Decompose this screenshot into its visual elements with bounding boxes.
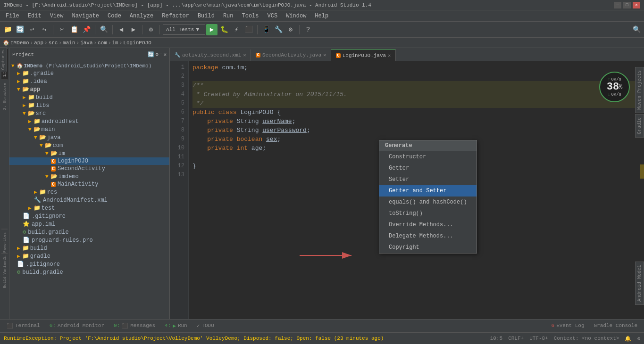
paste-button[interactable]: 📌 — [81, 24, 92, 35]
ctx-menu-setter[interactable]: Setter — [379, 174, 477, 185]
menu-window[interactable]: Window — [282, 12, 310, 20]
tab-event-log[interactable]: 6 Event Log — [547, 320, 589, 331]
tab-second-activity-java[interactable]: C SecondActivity.java ✕ — [251, 49, 331, 61]
sync-button[interactable]: 🔄 — [14, 24, 25, 35]
stop-button[interactable]: ⬛ — [243, 24, 254, 35]
tab-close-xml[interactable]: ✕ — [243, 52, 246, 58]
tab-build-variants[interactable]: Build Variants — [1, 253, 8, 291]
cut-button[interactable]: ✂ — [56, 24, 67, 35]
gradle-tab[interactable]: Gradle — [635, 114, 644, 138]
tab-structure[interactable]: 2: Structure — [1, 80, 8, 113]
tree-androidtest-folder[interactable]: ▶ 📁 androidTest — [9, 117, 169, 125]
status-encoding[interactable]: UTF-8+ — [529, 336, 548, 341]
close-button[interactable]: ✕ — [633, 2, 640, 8]
tree-imdemo-folder[interactable]: ▼ 📂 imdemo — [9, 172, 169, 180]
tab-activity-second-xml[interactable]: 🔧 activity_second.xml ✕ — [170, 49, 251, 61]
ctx-menu-getter[interactable]: Getter — [379, 163, 477, 174]
tab-login-pojo-java[interactable]: C LoginPOJO.java ✕ — [331, 49, 396, 61]
gear-icon[interactable]: ⚙ — [155, 51, 159, 57]
prev-button[interactable]: ◀ — [116, 24, 127, 35]
maximize-button[interactable]: □ — [623, 2, 631, 8]
sdk-button[interactable]: 🔧 — [273, 24, 284, 35]
tree-gradle-folder[interactable]: ▶ 📁 .gradle — [9, 69, 169, 77]
status-position[interactable]: 10:5 — [490, 336, 502, 341]
menu-build[interactable]: Build — [194, 12, 218, 20]
tab-gradle-console[interactable]: Gradle Console — [589, 320, 642, 331]
ctx-menu-constructor[interactable]: Constructor — [379, 151, 477, 163]
ctx-menu-getter-setter[interactable]: Getter and Setter — [379, 185, 477, 197]
tree-appiml-file[interactable]: ⭐ app.iml — [9, 220, 169, 228]
open-file-button[interactable]: 📁 — [2, 24, 13, 35]
menu-help[interactable]: Help — [311, 12, 332, 20]
menu-tools[interactable]: Tools — [238, 12, 263, 20]
ctx-menu-tostring[interactable]: toString() — [379, 208, 477, 219]
run-config-dropdown[interactable]: All Tests ▼ — [163, 25, 205, 35]
find-button[interactable]: 🔍 — [98, 24, 109, 35]
tree-idea-folder[interactable]: ▶ 📁 .idea — [9, 77, 169, 85]
status-settings-icon[interactable]: ⚙ — [637, 336, 640, 342]
gradle-sync-button[interactable]: ⚙ — [145, 24, 157, 35]
tree-root[interactable]: ▼ 🏠 IMDemo (F:\Android_studio\Project\IM… — [9, 62, 169, 69]
tree-gradle-root-folder[interactable]: ▶ 📁 gradle — [9, 252, 169, 260]
tree-main-folder[interactable]: ▼ 📂 main — [9, 125, 169, 133]
tree-gitignore-file[interactable]: 📄 .gitignore — [9, 212, 169, 220]
status-notifications-icon[interactable]: 🔔 — [625, 336, 631, 342]
tree-build-root-folder[interactable]: ▶ 📁 build — [9, 244, 169, 252]
tree-buildgradle-app-file[interactable]: ⚙ build.gradle — [9, 228, 169, 236]
ctx-menu-delegate[interactable]: Delegate Methods... — [379, 230, 477, 242]
status-line-ending[interactable]: CRLF+ — [508, 336, 524, 341]
minimize-button[interactable]: ─ — [614, 2, 621, 8]
menu-analyze[interactable]: Analyze — [126, 12, 157, 20]
coverage-button[interactable]: ⚡ — [231, 24, 242, 35]
tree-loginpojo-file[interactable]: C LoginPOJO — [9, 157, 169, 165]
ctx-menu-copyright[interactable]: Copyright — [379, 242, 477, 253]
tree-mainactivity-file[interactable]: C MainActivity — [9, 180, 169, 188]
tab-run[interactable]: 4: ▶ Run — [160, 320, 192, 331]
menu-vcs[interactable]: VCS — [264, 12, 282, 20]
tree-res-folder[interactable]: ▶ 📁 res — [9, 188, 169, 196]
copy-button[interactable]: 📋 — [68, 24, 80, 35]
breadcrumb-item-6[interactable]: im — [112, 40, 118, 46]
debug-button[interactable]: 🐛 — [218, 24, 230, 35]
tree-src-folder[interactable]: ▼ 📂 src — [9, 109, 169, 117]
tree-test-folder[interactable]: ▶ 📁 test — [9, 204, 169, 212]
tree-libs-folder[interactable]: ▶ 📁 libs — [9, 101, 169, 109]
hide-icon[interactable]: ✕ — [163, 51, 167, 57]
tree-app-folder[interactable]: ▼ 📂 app — [9, 85, 169, 93]
breadcrumb-item-0[interactable]: IMDemo — [10, 40, 29, 46]
next-button[interactable]: ▶ — [128, 24, 139, 35]
menu-view[interactable]: View — [46, 12, 67, 20]
help-button[interactable]: ? — [302, 24, 314, 35]
tab-terminal[interactable]: ⬛ Terminal — [2, 320, 45, 331]
undo-button[interactable]: ↩ — [26, 24, 38, 35]
tree-im-folder[interactable]: ▼ 📂 im — [9, 149, 169, 157]
breadcrumb-item-3[interactable]: main — [63, 40, 75, 46]
redo-button[interactable]: ↪ — [39, 24, 50, 35]
ctx-menu-equals-hashcode[interactable]: equals() and hashCode() — [379, 197, 477, 208]
menu-edit[interactable]: Edit — [24, 12, 45, 20]
menu-run[interactable]: Run — [219, 12, 237, 20]
tab-close-java-3[interactable]: ✕ — [388, 53, 391, 58]
collapse-icon[interactable]: − — [159, 51, 163, 57]
breadcrumb-item-2[interactable]: src — [49, 40, 58, 46]
tree-secondactivity-file[interactable]: C SecondActivity — [9, 165, 169, 172]
menu-refactor[interactable]: Refactor — [158, 12, 193, 20]
tree-java-folder[interactable]: ▼ 📂 java — [9, 133, 169, 141]
menu-file[interactable]: File — [2, 12, 23, 20]
menu-code[interactable]: Code — [104, 12, 125, 20]
maven-projects-tab[interactable]: Maven Projects — [635, 67, 644, 113]
tab-android-monitor[interactable]: 6: Android Monitor — [45, 320, 109, 331]
menu-navigate[interactable]: Navigate — [68, 12, 103, 20]
tree-gitignore-root-file[interactable]: 📄 .gitignore — [9, 260, 169, 268]
breadcrumb-imdemo[interactable]: 🏠 — [3, 40, 9, 46]
tree-buildgradle-root-file[interactable]: ⚙ build.gradle — [9, 268, 169, 276]
search-everywhere-button[interactable]: 🔍 — [631, 24, 642, 35]
tree-build-folder[interactable]: ▶ 📁 build — [9, 93, 169, 101]
tree-androidmanifest-file[interactable]: 🔧 AndroidManifest.xml — [9, 196, 169, 204]
tab-close-java-2[interactable]: ✕ — [323, 52, 326, 58]
breadcrumb-item-4[interactable]: java — [80, 40, 92, 46]
breadcrumb-item-5[interactable]: com — [98, 40, 107, 46]
ctx-menu-override[interactable]: Override Methods... — [379, 219, 477, 230]
tab-messages[interactable]: 0: ⬛ Messages — [109, 320, 160, 331]
sync-icon[interactable]: 🔄 — [148, 51, 154, 57]
